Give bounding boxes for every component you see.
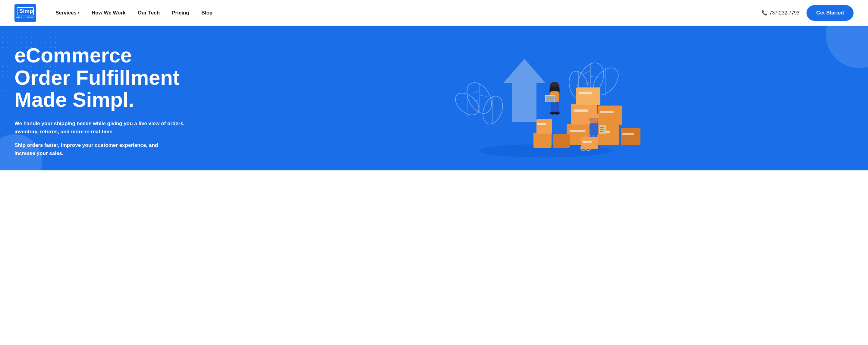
hero-description-2: Ship orders faster, improve your custome…	[14, 141, 171, 157]
phone-icon: 📞	[762, 10, 768, 16]
svg-rect-33	[553, 134, 569, 148]
nav-right: 📞 737-232-7793 Get Started	[762, 5, 854, 21]
hero-svg	[437, 44, 642, 158]
hero-section: eCommerce Order Fulfillment Made Simpl. …	[0, 26, 868, 170]
svg-rect-62	[581, 137, 598, 149]
chevron-down-icon: ▾	[78, 11, 80, 15]
get-started-button[interactable]: Get Started	[807, 5, 854, 21]
phone-number[interactable]: 📞 737-232-7793	[762, 10, 800, 16]
nav-label-how-we-work: How We Work	[92, 10, 126, 16]
svg-rect-30	[576, 87, 600, 105]
svg-line-5	[479, 95, 487, 96]
svg-rect-35	[537, 123, 546, 125]
nav-label-our-tech: Our Tech	[138, 10, 160, 16]
svg-rect-27	[598, 106, 622, 125]
svg-rect-22	[621, 128, 641, 145]
hero-title: eCommerce Order Fulfillment Made Simpl.	[14, 44, 213, 111]
svg-rect-47	[588, 116, 599, 118]
brand-subtitle: FULFILLMENT	[16, 16, 35, 19]
brand-name: Simpl	[19, 8, 35, 14]
hero-title-line2: Order Fulfillment	[14, 66, 180, 89]
svg-rect-55	[600, 127, 604, 128]
hero-title-line3: Made Simpl.	[14, 88, 134, 111]
svg-marker-1	[503, 59, 546, 122]
nav-label-pricing: Pricing	[172, 10, 189, 16]
svg-rect-32	[533, 133, 552, 148]
logo[interactable]: Simpl FULFILLMENT	[14, 4, 36, 22]
nav-links: Services ▾ How We Work Our Tech Pricing …	[51, 7, 762, 19]
nav-item-services[interactable]: Services ▾	[51, 7, 84, 19]
hero-illustration	[225, 44, 854, 158]
navbar: Simpl FULFILLMENT Services ▾ How We Work…	[0, 0, 868, 26]
hero-description-1: We handle your shipping needs while givi…	[14, 119, 189, 136]
hero-left-content: eCommerce Order Fulfillment Made Simpl. …	[14, 44, 225, 157]
svg-rect-31	[579, 92, 592, 94]
svg-line-13	[583, 71, 591, 74]
svg-rect-38	[551, 102, 555, 113]
svg-rect-23	[569, 130, 585, 132]
svg-rect-34	[536, 119, 552, 134]
svg-rect-29	[600, 111, 614, 113]
svg-rect-63	[583, 141, 592, 143]
svg-rect-48	[590, 123, 598, 136]
nav-item-pricing[interactable]: Pricing	[167, 7, 194, 19]
svg-rect-28	[574, 110, 588, 112]
nav-item-how-we-work[interactable]: How We Work	[87, 7, 130, 19]
nav-item-our-tech[interactable]: Our Tech	[133, 7, 164, 19]
nav-item-blog[interactable]: Blog	[196, 7, 218, 19]
svg-rect-25	[622, 133, 634, 135]
svg-rect-44	[548, 97, 552, 99]
svg-rect-39	[555, 102, 559, 113]
nav-label-services: Services	[56, 10, 76, 16]
svg-line-4	[472, 90, 479, 93]
phone-text: 737-232-7793	[770, 10, 800, 16]
svg-rect-57	[600, 131, 603, 132]
svg-point-41	[554, 112, 560, 115]
nav-label-blog: Blog	[201, 10, 213, 16]
svg-rect-56	[600, 129, 604, 130]
hero-title-line1: eCommerce	[14, 44, 132, 67]
